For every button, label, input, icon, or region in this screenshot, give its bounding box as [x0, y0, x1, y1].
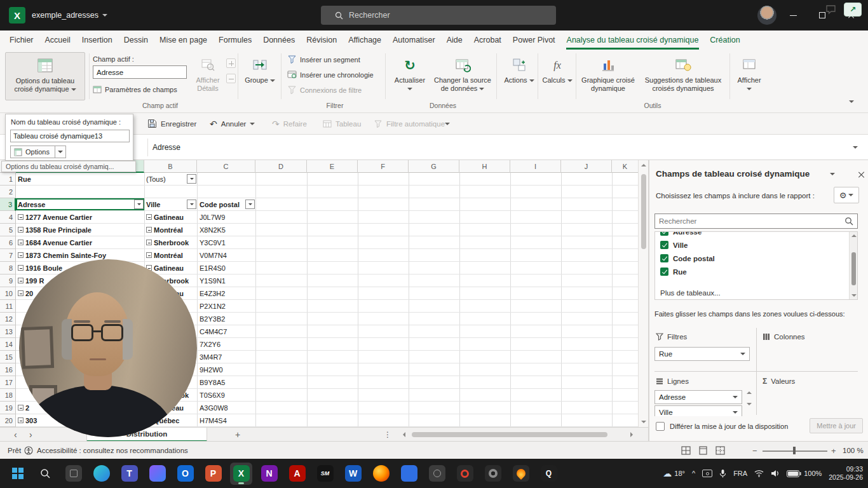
collapse-icon[interactable]	[18, 417, 24, 423]
taskbar-icon-loop[interactable]	[146, 463, 168, 485]
page-layout-view-icon[interactable]	[698, 446, 708, 455]
cell-header-ville[interactable]: Ville	[144, 198, 197, 210]
cell-ville[interactable]: Montréal	[144, 224, 197, 236]
checkbox-checked-icon[interactable]	[660, 268, 668, 276]
actions-button[interactable]: Actions	[502, 52, 536, 100]
cell-code-postal[interactable]: J0L7W9	[197, 211, 255, 223]
row-header[interactable]: 16	[0, 363, 16, 376]
start-button[interactable]	[6, 463, 29, 485]
collapse-icon[interactable]	[18, 227, 24, 233]
more-tables-link[interactable]: Plus de tableaux...	[660, 289, 721, 297]
row-header[interactable]: 10	[0, 287, 16, 300]
cell-code-postal[interactable]: H7M4S4	[197, 414, 255, 426]
page-break-view-icon[interactable]	[715, 446, 725, 455]
document-title[interactable]: exemple_adresses	[32, 0, 107, 30]
accessibility-status[interactable]: Accessibilité : consultez nos recommanda…	[24, 442, 188, 459]
rows-field-chip-adresse[interactable]: Adresse	[654, 390, 742, 404]
checkbox-unchecked-icon[interactable]	[656, 422, 665, 431]
taskbar-icon-powerpoint[interactable]: P	[202, 463, 224, 485]
field-list-scrollbar[interactable]	[849, 232, 857, 299]
cell-code-postal[interactable]: X8N2K5	[197, 224, 255, 236]
expand-formula-bar-icon[interactable]	[853, 146, 858, 149]
column-header[interactable]: E	[307, 160, 358, 173]
cell-code-postal[interactable]: B2Y3B2	[197, 313, 255, 325]
checkbox-checked-icon[interactable]	[660, 231, 668, 236]
ribbon-tab[interactable]: Mise en page	[154, 30, 213, 50]
row-header[interactable]: 18	[0, 389, 16, 402]
collapse-icon[interactable]	[146, 252, 152, 258]
checkbox-checked-icon[interactable]	[660, 241, 668, 249]
taskbar-icon-blue-app[interactable]	[398, 463, 420, 485]
vertical-scroll-thumb[interactable]	[641, 174, 646, 249]
horizontal-scrollbar[interactable]	[399, 428, 642, 442]
scroll-down-icon[interactable]	[851, 294, 857, 297]
scroll-left-icon[interactable]	[403, 432, 405, 437]
cell-code-postal[interactable]: Y3C9V1	[197, 236, 255, 248]
show-hidden-icons-button[interactable]: ^	[692, 470, 695, 477]
checkbox-checked-icon[interactable]	[660, 254, 668, 262]
update-button[interactable]: Mettre à jour	[810, 418, 863, 433]
collapse-field-button[interactable]	[226, 74, 236, 83]
row-header[interactable]: 5	[0, 224, 16, 236]
cell-header-code[interactable]: Code postal	[197, 198, 255, 210]
scroll-thumb[interactable]	[851, 252, 856, 285]
scroll-up-icon[interactable]	[851, 234, 857, 237]
taskbar-icon-word[interactable]: W	[342, 463, 364, 485]
redo-button[interactable]: ↷ Refaire	[272, 113, 307, 134]
save-button[interactable]: Enregistrer	[147, 113, 196, 134]
ribbon-tab[interactable]: Formules	[213, 30, 257, 50]
normal-view-icon[interactable]	[681, 446, 691, 455]
filter-field-chip[interactable]: Rue	[654, 347, 750, 361]
cell-adresse[interactable]: 1358 Rue Principale	[16, 224, 144, 236]
show-button[interactable]: Afficher	[732, 52, 766, 100]
ribbon-tab[interactable]: Insertion	[76, 30, 118, 50]
taskbar-icon-sm-app[interactable]: SM	[314, 463, 336, 485]
cell-header-adresse[interactable]: Adresse	[16, 198, 144, 210]
collapse-icon[interactable]	[18, 278, 24, 283]
undo-button[interactable]: ↶ Annuler	[210, 113, 255, 134]
qat-overflow-button[interactable]	[445, 113, 450, 134]
tray-camera-icon[interactable]	[702, 470, 712, 477]
rows-field-chip-ville[interactable]: Ville	[654, 405, 742, 416]
column-header[interactable]: K	[612, 160, 638, 173]
ribbon-tab[interactable]: Accueil	[39, 30, 76, 50]
zoom-out-button[interactable]: −	[752, 442, 757, 459]
prev-sheet-button[interactable]: ‹	[14, 428, 17, 442]
row-header[interactable]: 17	[0, 376, 16, 389]
column-header[interactable]: C	[197, 160, 255, 173]
expand-field-button[interactable]	[226, 58, 236, 68]
row-header[interactable]: 14	[0, 338, 16, 351]
taskbar-icon-red-ring-app[interactable]	[454, 463, 476, 485]
field-search[interactable]	[654, 214, 858, 229]
taskbar-icon-outlook[interactable]: O	[174, 463, 196, 485]
options-button[interactable]: Options	[10, 146, 55, 158]
collapse-icon[interactable]	[18, 252, 24, 258]
row-header[interactable]: 8	[0, 262, 16, 274]
cell-ville[interactable]: Montréal	[144, 249, 197, 261]
cell-code-postal[interactable]: 9H2W0	[197, 363, 255, 376]
row-header[interactable]: 12	[0, 313, 16, 325]
options-dropdown[interactable]	[55, 146, 66, 158]
change-data-source-button[interactable]: Changer la source de données	[431, 52, 494, 100]
taskbar-icon-teams[interactable]: T	[118, 463, 140, 485]
taskbar-icon-onenote[interactable]: N	[258, 463, 280, 485]
cell-code-postal[interactable]: V0M7N4	[197, 249, 255, 261]
pane-options-icon[interactable]	[830, 173, 835, 175]
column-header[interactable]: G	[409, 160, 459, 173]
field-search-input[interactable]	[655, 217, 844, 225]
cell-code-postal[interactable]: B9Y8A5	[197, 376, 255, 388]
search-bar[interactable]: Rechercher	[321, 6, 556, 25]
insert-timeline-button[interactable]: Insérer une chronologie	[287, 68, 374, 81]
pivotchart-button[interactable]: Graphique croisé dynamique	[578, 52, 638, 100]
column-header[interactable]: B	[144, 160, 197, 173]
add-sheet-button[interactable]: +	[231, 428, 244, 442]
row-header[interactable]: 4	[0, 211, 16, 224]
language-indicator[interactable]: FRA	[733, 470, 747, 477]
ribbon-tab[interactable]: Fichier	[4, 30, 39, 50]
collapse-icon[interactable]	[18, 240, 24, 245]
field-settings-button[interactable]: Paramètres de champs	[93, 83, 177, 96]
volume-icon[interactable]	[771, 470, 780, 477]
ribbon-tab[interactable]: Affichage	[342, 30, 387, 50]
row-header[interactable]: 19	[0, 402, 16, 414]
ribbon-tab[interactable]: Power Pivot	[507, 30, 561, 50]
